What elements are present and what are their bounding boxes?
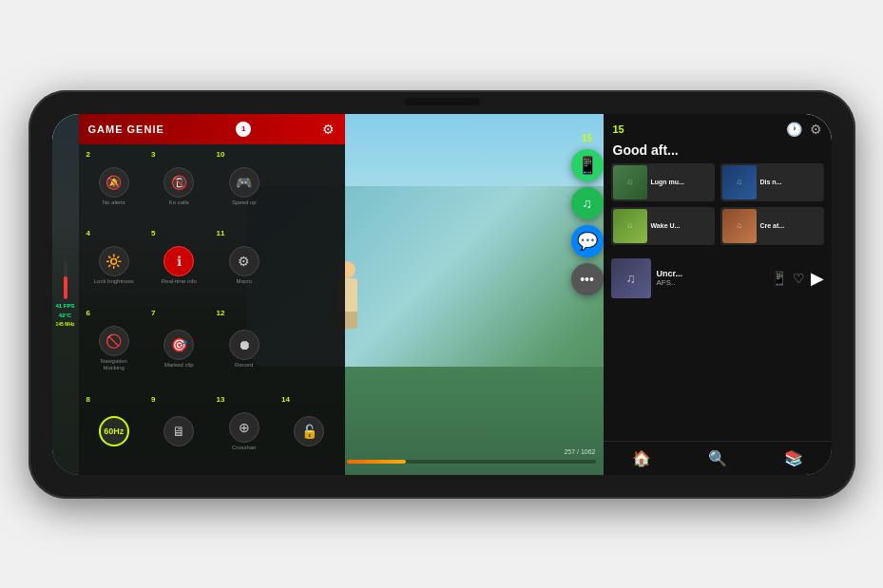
gg-item-record[interactable]: 12 ⏺ Record <box>213 307 277 391</box>
gg-item-fps[interactable]: 8 60Hz <box>83 393 146 471</box>
spotify-home-nav[interactable]: 🏠 <box>632 449 651 467</box>
fps-stat: 41 FPS <box>55 303 74 309</box>
fps-value: 41 FPS <box>55 303 74 309</box>
float-badge: 15 <box>571 133 604 143</box>
freq-stat: 145 MHz <box>55 322 74 327</box>
messenger-btn[interactable]: 💬 <box>571 225 604 257</box>
fps-btn[interactable]: 60Hz <box>99 416 129 446</box>
gg-item-lock[interactable]: 14 🔓 <box>278 393 341 471</box>
game-progress-bar: 257 / 1062 <box>347 460 596 464</box>
home-icon: 🏠 <box>632 449 651 467</box>
spotify-settings-icon[interactable]: ⚙ <box>810 122 822 137</box>
gg-item-crosshair[interactable]: 13 ⊕ Crosshair <box>213 393 277 471</box>
playlist-item-dis[interactable]: ♫ Dis n... <box>720 163 824 201</box>
marked-clip-btn[interactable]: 🎯 <box>163 330 194 360</box>
playlist-thumb-lugn: ♫ <box>613 165 647 199</box>
playlist-thumb-cre: ♫ <box>722 209 757 243</box>
now-playing-section: ♫ Uncr... AFS.. 📱 ♡ ▶ <box>604 253 832 304</box>
more-float-btn[interactable]: ••• <box>571 263 604 295</box>
gg-item-no-alerts[interactable]: 2 🔕 No alerts <box>83 148 146 226</box>
playback-controls: 📱 ♡ ▶ <box>771 268 824 289</box>
freq-value: 145 MHz <box>55 322 74 327</box>
spotify-header-controls: 🕐 ⚙ <box>786 122 822 137</box>
gg-item-no-calls[interactable]: 3 📵 Ko calls <box>147 148 211 226</box>
gg-item-empty2 <box>278 227 341 305</box>
playlist-name-cre: Cre at... <box>760 221 785 230</box>
spotify-search-nav[interactable]: 🔍 <box>708 449 727 467</box>
left-stats-panel: 41 FPS 42°C 145 MHz <box>52 114 79 475</box>
gg-item-nav-blocking[interactable]: 6 🚫 Navigation blocking <box>83 307 146 391</box>
playlist-item-wake[interactable]: ♫ Wake U... <box>611 207 715 245</box>
spotify-greeting: Good aft... <box>604 142 832 163</box>
gear-icon[interactable]: ⚙ <box>322 122 335 137</box>
spotify-library-nav[interactable]: 📚 <box>784 449 803 467</box>
playlist-name-wake: Wake U... <box>651 221 681 230</box>
gg-item-lock-brightness[interactable]: 4 🔆 Lock brightness <box>83 227 146 305</box>
fps-bar-fill <box>64 276 67 299</box>
nav-blocking-btn[interactable]: 🚫 <box>99 326 129 356</box>
search-icon: 🔍 <box>708 449 727 467</box>
temp-value: 42°C <box>59 313 71 318</box>
fps-bar <box>64 261 67 299</box>
game-genie-badge: 1 <box>236 122 251 137</box>
spotify-header: 15 🕐 ⚙ <box>604 114 832 142</box>
now-playing-thumb: ♫ <box>611 258 651 298</box>
game-genie-grid: 2 🔕 No alerts 3 📵 Ko calls 10 🎮 Speed up <box>79 144 345 475</box>
display-btn[interactable]: 🖥 <box>163 416 194 446</box>
phone-frame: 41 FPS 42°C 145 MHz GAME GENIE 1 ⚙ 2 🔕 <box>29 90 855 499</box>
playlist-thumb-dis: ♫ <box>722 165 757 199</box>
gg-item-display[interactable]: 9 🖥 <box>147 393 211 471</box>
float-buttons-panel: 15 📱 ♫ 💬 ••• <box>571 133 604 295</box>
playlist-thumb-wake: ♫ <box>613 209 647 243</box>
gg-item-speed-up[interactable]: 10 🎮 Speed up <box>213 148 277 226</box>
now-playing-title: Uncr... <box>657 269 765 278</box>
spotify-float-btn[interactable]: ♫ <box>571 187 604 219</box>
game-genie-title: GAME GENIE <box>88 123 164 135</box>
lock-brightness-btn[interactable]: 🔆 <box>99 246 129 276</box>
now-playing-info: Uncr... AFS.. <box>657 269 765 287</box>
whatsapp-btn[interactable]: 📱 <box>571 149 604 181</box>
lock-btn[interactable]: 🔓 <box>294 416 324 446</box>
gg-item-empty3 <box>278 307 341 391</box>
library-icon: 📚 <box>784 449 803 467</box>
temp-stat: 42°C <box>59 313 71 318</box>
history-icon[interactable]: 🕐 <box>786 122 802 137</box>
heart-icon[interactable]: ♡ <box>793 271 805 286</box>
playlist-item-cre[interactable]: ♫ Cre at... <box>720 207 824 245</box>
no-alerts-btn[interactable]: 🔕 <box>99 167 129 198</box>
game-genie-header: GAME GENIE 1 ⚙ <box>79 114 345 144</box>
phone-notch <box>404 98 480 105</box>
progress-text: 257 / 1062 <box>564 448 595 455</box>
gg-item-realtime-info[interactable]: 5 ℹ Real-time info <box>147 227 211 305</box>
macro-btn[interactable]: ⚙ <box>229 246 259 276</box>
gg-item-macro[interactable]: 11 ⚙ Macro <box>213 227 277 305</box>
gg-item-empty1 <box>278 148 341 226</box>
devices-icon[interactable]: 📱 <box>771 271 787 286</box>
phone-screen: 41 FPS 42°C 145 MHz GAME GENIE 1 ⚙ 2 🔕 <box>52 114 832 475</box>
speed-up-btn[interactable]: 🎮 <box>229 167 259 198</box>
play-btn[interactable]: ▶ <box>811 268 824 289</box>
progress-fill <box>347 460 407 464</box>
no-calls-btn[interactable]: 📵 <box>163 167 194 198</box>
playlist-name-dis: Dis n... <box>760 178 782 186</box>
spotify-playlist-grid: ♫ Lugn mu... ♫ Dis n... ♫ Wake U... <box>604 163 832 251</box>
crosshair-btn[interactable]: ⊕ <box>229 412 259 443</box>
record-btn[interactable]: ⏺ <box>229 330 259 360</box>
spotify-panel: 15 🕐 ⚙ Good aft... ♫ Lugn mu... ♫ <box>604 114 832 475</box>
playlist-name-lugn: Lugn mu... <box>651 178 684 186</box>
now-playing-artist: AFS.. <box>657 278 765 287</box>
realtime-info-btn[interactable]: ℹ <box>163 246 194 276</box>
playlist-item-lugn[interactable]: ♫ Lugn mu... <box>611 163 715 201</box>
game-genie-panel: GAME GENIE 1 ⚙ 2 🔕 No alerts 3 📵 Ko call… <box>79 114 345 475</box>
gg-item-marked-clip[interactable]: 7 🎯 Marked clip <box>147 307 211 391</box>
spotify-bottom-nav: 🏠 🔍 📚 <box>604 441 832 475</box>
spotify-badge: 15 <box>613 123 624 135</box>
